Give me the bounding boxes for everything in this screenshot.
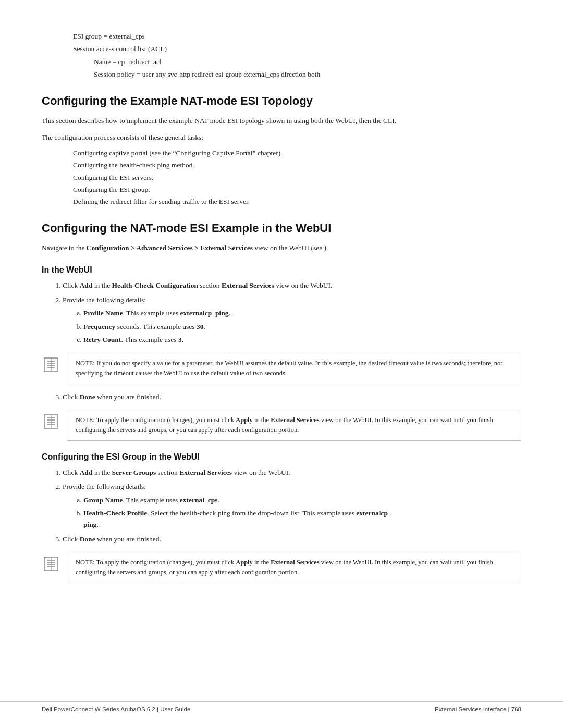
note-symbol-1: [43, 357, 59, 373]
esi-substep-2b: Health-Check Profile. Select the health-…: [83, 508, 521, 530]
retry-count-label: Retry Count: [83, 336, 121, 343]
note-box-2-wrapper: NOTE: To apply the configuration (change…: [67, 410, 521, 441]
frequency-label: Frequency: [83, 323, 115, 330]
health-check-profile-label: Health-Check Profile: [83, 509, 147, 517]
esi-step-1: Click Add in the Server Groups section E…: [63, 467, 521, 478]
step-2: Provide the following details: Profile N…: [63, 294, 521, 346]
step2-substeps: Profile Name. This example uses external…: [83, 307, 521, 346]
note3-external-services: External Services: [271, 559, 319, 566]
esi-step1-add: Add: [80, 468, 93, 476]
health-check-profile-value-2: ping: [83, 521, 97, 528]
step1-health-check: Health-Check Configuration: [112, 281, 198, 289]
navigate-bold: Configuration > Advanced Services > Exte…: [87, 244, 253, 252]
section1-heading: Configuring the Example NAT-mode ESI Top…: [42, 94, 521, 108]
note-icon-1: [42, 357, 60, 374]
section1-intro: This section describes how to implement …: [42, 115, 521, 127]
esi-step1-server-groups: Server Groups: [112, 468, 156, 476]
note-box-1: NOTE: If you do not specify a value for …: [67, 353, 521, 384]
group-name-value: external_cps: [180, 496, 218, 504]
profile-name-value: externalcp_ping: [180, 309, 228, 317]
group-name-label: Group Name: [83, 496, 123, 504]
note-symbol-2: [43, 414, 59, 429]
top-line-2: Session access control list (ACL): [73, 44, 521, 54]
profile-name-label: Profile Name: [83, 309, 123, 317]
note-icon-3: [42, 556, 60, 573]
footer-right: External Services Interface | 768: [435, 706, 521, 712]
note2-external-services: External Services: [271, 416, 319, 424]
section1-tasks-intro: The configuration process consists of th…: [42, 132, 521, 143]
step-1: Click Add in the Health-Check Configurat…: [63, 280, 521, 291]
esi-step-3: Click Done when you are finished.: [63, 534, 521, 545]
task-2: Configuring the health-check ping method…: [73, 160, 521, 170]
step2-text: Provide the following details:: [63, 296, 146, 304]
note-icon-2: [42, 414, 60, 431]
esi-step2-substeps: Group Name. This example uses external_c…: [83, 495, 521, 530]
top-line-1: ESI group = external_cps: [73, 31, 521, 42]
note-symbol-3: [43, 556, 59, 572]
substep-2a: Profile Name. This example uses external…: [83, 307, 521, 319]
task-5: Defining the redirect filter for sending…: [73, 196, 521, 207]
substep-2b: Frequency seconds. This example uses 30.: [83, 321, 521, 332]
page-footer: Dell PowerConnect W-Series ArubaOS 6.2 |…: [0, 701, 563, 712]
note1-text: NOTE: If you do not specify a value for …: [76, 360, 503, 377]
note-box-3: NOTE: To apply the configuration (change…: [67, 552, 521, 583]
navigate-end: view on the WebUI (see ).: [253, 244, 328, 252]
subsection1-steps: Click Add in the Health-Check Configurat…: [63, 280, 521, 346]
page-content: ESI group = external_cps Session access …: [0, 0, 563, 632]
task-1: Configuring captive portal (see the “Con…: [73, 148, 521, 158]
task-3: Configuring the ESI servers.: [73, 172, 521, 183]
note2-apply: Apply: [236, 416, 253, 424]
esi-substep-2a: Group Name. This example uses external_c…: [83, 495, 521, 506]
esi-step3-done: Done: [80, 535, 95, 543]
subsection1-heading: In the WebUI: [42, 265, 521, 275]
top-line-3: Name = cp_redirect_acl: [94, 57, 521, 67]
step1-external-services: External Services: [222, 281, 274, 289]
frequency-value: 30: [197, 323, 204, 330]
task-4: Configuring the ESI group.: [73, 184, 521, 195]
footer-left: Dell PowerConnect W-Series ArubaOS 6.2 |…: [42, 706, 190, 712]
subsection2-steps: Click Add in the Server Groups section E…: [63, 467, 521, 545]
substep-2c: Retry Count. This example uses 3.: [83, 334, 521, 346]
section1-tasks: Configuring captive portal (see the “Con…: [73, 148, 521, 207]
top-section: ESI group = external_cps Session access …: [42, 31, 521, 80]
step3-done: Done: [80, 393, 95, 401]
step-3: Click Done when you are finished.: [63, 391, 521, 403]
health-check-profile-value: externalcp_: [356, 509, 391, 517]
top-line-4: Session policy = user any svc-http redir…: [94, 69, 521, 80]
navigate-text: Navigate to the: [42, 244, 87, 252]
subsection2-heading: Configuring the ESI Group in the WebUI: [42, 452, 521, 462]
esi-step-2: Provide the following details: Group Nam…: [63, 481, 521, 530]
note-box-2: NOTE: To apply the configuration (change…: [67, 410, 521, 441]
step1-text: Click Add in the Health-Check Configurat…: [63, 281, 332, 289]
esi-step1-external-services: External Services: [179, 468, 232, 476]
step3-list: Click Done when you are finished.: [63, 391, 521, 403]
note-box-3-wrapper: NOTE: To apply the configuration (change…: [67, 552, 521, 583]
step1-add: Add: [80, 281, 93, 289]
note-box-1-wrapper: NOTE: If you do not specify a value for …: [67, 353, 521, 384]
section2-heading: Configuring the NAT-mode ESI Example in …: [42, 221, 521, 235]
section2-navigate: Navigate to the Configuration > Advanced…: [42, 242, 521, 254]
note3-apply: Apply: [236, 559, 253, 566]
retry-count-value: 3: [178, 336, 182, 343]
